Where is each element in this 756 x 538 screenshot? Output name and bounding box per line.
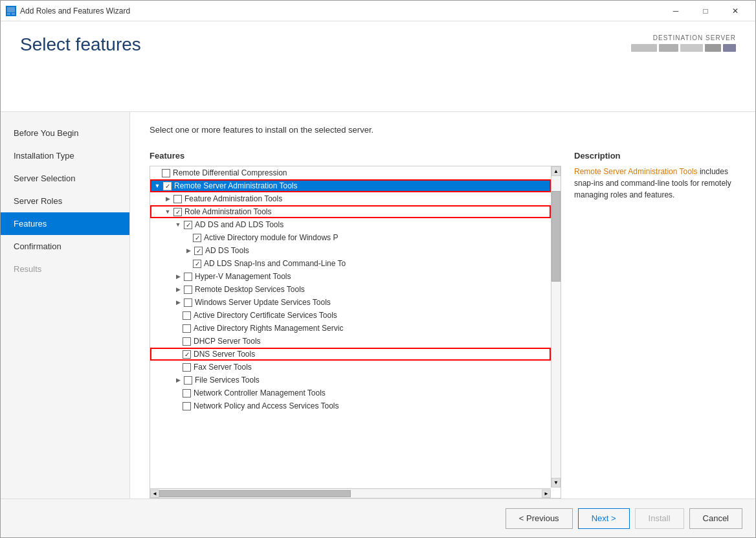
checkbox[interactable]: ✓ bbox=[173, 208, 182, 216]
tree-item[interactable]: ▶Remote Desktop Services Tools bbox=[150, 283, 551, 296]
tree-item-label: Network Controller Management Tools bbox=[194, 388, 326, 398]
tree-item-label: Windows Server Update Services Tools bbox=[195, 298, 331, 307]
expand-icon[interactable]: ▶ bbox=[173, 298, 183, 307]
tree-item[interactable]: ▼✓AD DS and AD LDS Tools bbox=[150, 218, 551, 231]
tree-container[interactable]: Remote Differential Compression▼✓Remote … bbox=[150, 166, 561, 499]
checkbox[interactable] bbox=[183, 324, 191, 333]
tree-item-label: Feature Administration Tools bbox=[184, 194, 282, 203]
top-section: Select one or more features to install o… bbox=[130, 112, 755, 151]
tree-item[interactable]: Remote Differential Compression bbox=[150, 166, 551, 179]
server-block-5 bbox=[723, 44, 736, 52]
tree-item-label: Active Directory module for Windows P bbox=[204, 233, 338, 242]
features-column: Features Remote Differential Compression… bbox=[150, 151, 561, 499]
tree-item[interactable]: ▶Feature Administration Tools bbox=[150, 192, 551, 205]
checkbox[interactable] bbox=[184, 286, 192, 294]
expand-icon[interactable]: ▼ bbox=[153, 181, 162, 190]
expand-icon[interactable]: ▶ bbox=[173, 272, 183, 281]
checkbox[interactable] bbox=[183, 402, 191, 410]
sidebar-item-features[interactable]: Features bbox=[1, 212, 129, 235]
tree-item[interactable]: Fax Server Tools bbox=[150, 361, 551, 374]
tree-item-label: Fax Server Tools bbox=[194, 363, 252, 372]
tree-item[interactable]: ▶Hyper-V Management Tools bbox=[150, 270, 551, 283]
checkbox[interactable] bbox=[183, 363, 191, 372]
app-icon bbox=[6, 6, 16, 16]
checkbox[interactable] bbox=[183, 337, 191, 346]
sidebar-item-results: Results bbox=[1, 258, 129, 280]
description-label: Description bbox=[574, 151, 736, 161]
previous-button[interactable]: < Previous bbox=[506, 508, 573, 529]
tree-item[interactable]: Network Policy and Access Services Tools bbox=[150, 399, 551, 412]
tree-item[interactable]: ▶✓AD DS Tools bbox=[150, 244, 551, 257]
tree-item[interactable]: Network Controller Management Tools bbox=[150, 387, 551, 399]
sidebar-item-installation-type[interactable]: Installation Type bbox=[1, 144, 129, 167]
tree-item[interactable]: ▼✓Role Administration Tools bbox=[150, 205, 551, 218]
checkbox[interactable] bbox=[173, 195, 182, 203]
tree-item-label: AD LDS Snap-Ins and Command-Line To bbox=[204, 259, 346, 268]
intro-text: Select one or more features to install o… bbox=[150, 125, 736, 135]
scroll-up-arrow[interactable]: ▲ bbox=[551, 166, 561, 176]
tree-item[interactable]: DHCP Server Tools bbox=[150, 335, 551, 348]
checkbox[interactable] bbox=[184, 273, 192, 281]
tree-item-label: Remote Server Administration Tools bbox=[174, 181, 298, 190]
tree-item[interactable]: ✓Active Directory module for Windows P bbox=[150, 231, 551, 244]
close-button[interactable]: ✕ bbox=[720, 1, 750, 21]
tree-item-label: File Services Tools bbox=[195, 375, 260, 385]
checkbox[interactable]: ✓ bbox=[194, 247, 203, 255]
sidebar-item-confirmation[interactable]: Confirmation bbox=[1, 235, 129, 258]
page-title: Select features bbox=[20, 34, 141, 55]
scroll-down-arrow[interactable]: ▼ bbox=[551, 478, 561, 488]
tree-content: Remote Differential Compression▼✓Remote … bbox=[150, 166, 551, 412]
server-block-1 bbox=[631, 44, 657, 52]
scroll-left-arrow[interactable]: ◄ bbox=[150, 489, 159, 498]
checkbox[interactable]: ✓ bbox=[183, 350, 191, 359]
expand-icon[interactable]: ▼ bbox=[173, 220, 183, 229]
sidebar-item-server-roles[interactable]: Server Roles bbox=[1, 190, 129, 212]
checkbox[interactable]: ✓ bbox=[184, 221, 192, 229]
tree-item[interactable]: Active Directory Rights Management Servi… bbox=[150, 322, 551, 335]
horizontal-scrollbar[interactable]: ◄ ► bbox=[150, 488, 551, 498]
scroll-thumb[interactable] bbox=[551, 191, 561, 282]
features-label: Features bbox=[150, 151, 561, 161]
tree-item[interactable]: ▶File Services Tools bbox=[150, 374, 551, 387]
tree-item[interactable]: ✓AD LDS Snap-Ins and Command-Line To bbox=[150, 257, 551, 270]
sidebar-item-server-selection[interactable]: Server Selection bbox=[1, 167, 129, 190]
tree-item[interactable]: ▶Windows Server Update Services Tools bbox=[150, 296, 551, 309]
expand-icon[interactable]: ▶ bbox=[173, 375, 183, 385]
vertical-scrollbar[interactable]: ▲ ▼ bbox=[551, 166, 561, 488]
destination-server-area: DESTINATION SERVER bbox=[631, 34, 736, 52]
features-section: Features Remote Differential Compression… bbox=[130, 151, 755, 499]
maximize-button[interactable]: □ bbox=[691, 1, 720, 21]
horiz-scroll-track[interactable] bbox=[159, 490, 542, 497]
tree-item-label: Network Policy and Access Services Tools bbox=[194, 401, 339, 410]
checkbox[interactable] bbox=[162, 169, 170, 177]
expand-icon[interactable]: ▶ bbox=[173, 285, 183, 294]
expand-icon[interactable]: ▶ bbox=[184, 246, 193, 255]
server-block-3 bbox=[680, 44, 703, 52]
minimize-button[interactable]: ─ bbox=[661, 1, 691, 21]
checkbox[interactable] bbox=[184, 298, 192, 307]
cancel-button[interactable]: Cancel bbox=[689, 508, 742, 529]
scroll-right-arrow[interactable]: ► bbox=[542, 489, 551, 498]
sidebar-item-before-you-begin[interactable]: Before You Begin bbox=[1, 122, 129, 144]
expand-icon[interactable]: ▼ bbox=[163, 207, 172, 216]
scroll-track[interactable] bbox=[551, 176, 561, 478]
tree-item[interactable]: ▼✓Remote Server Administration Tools bbox=[150, 179, 551, 192]
horiz-scroll-thumb[interactable] bbox=[159, 490, 351, 497]
checkbox[interactable] bbox=[183, 311, 191, 320]
description-column: Description Remote Server Administration… bbox=[574, 151, 736, 499]
checkbox[interactable] bbox=[184, 376, 192, 385]
tree-item[interactable]: ✓DNS Server Tools bbox=[150, 348, 551, 361]
checkbox[interactable]: ✓ bbox=[163, 182, 172, 190]
title-bar: Add Roles and Features Wizard ─ □ ✕ bbox=[1, 1, 755, 21]
server-block-2 bbox=[659, 44, 678, 52]
checkbox[interactable]: ✓ bbox=[193, 260, 201, 268]
tree-item-label: Role Administration Tools bbox=[184, 207, 272, 216]
tree-item[interactable]: Active Directory Certificate Services To… bbox=[150, 309, 551, 322]
svg-rect-1 bbox=[7, 13, 10, 15]
next-button[interactable]: Next > bbox=[578, 508, 630, 529]
checkbox[interactable]: ✓ bbox=[193, 234, 201, 242]
sidebar: Before You Begin Installation Type Serve… bbox=[1, 112, 130, 499]
checkbox[interactable] bbox=[183, 389, 191, 398]
main-content: Select one or more features to install o… bbox=[130, 112, 755, 499]
expand-icon[interactable]: ▶ bbox=[163, 194, 172, 203]
